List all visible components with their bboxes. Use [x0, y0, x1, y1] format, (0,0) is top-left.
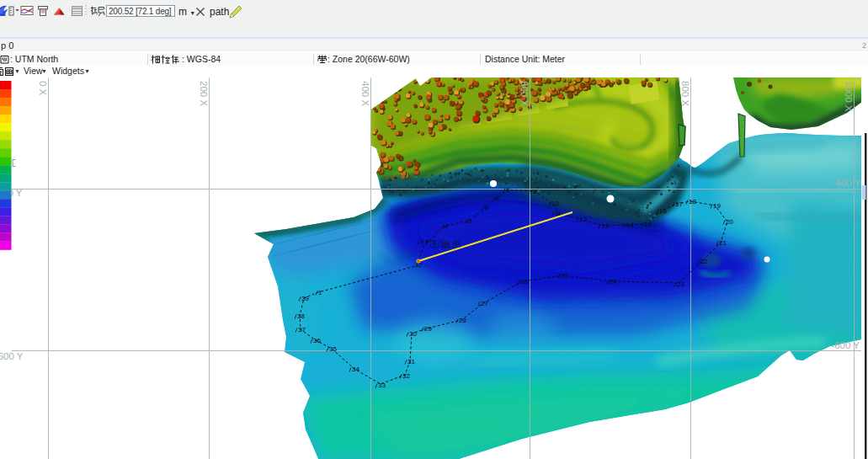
svg-text:15: 15 [644, 221, 652, 228]
svg-text:22: 22 [700, 258, 708, 265]
svg-text:200 X: 200 X [199, 81, 209, 106]
svg-text:400 X: 400 X [360, 81, 370, 106]
svg-text:14: 14 [626, 221, 634, 229]
svg-text:13: 13 [601, 222, 609, 230]
svg-text:7: 7 [496, 195, 500, 202]
svg-text:36: 36 [313, 337, 321, 344]
svg-text:31: 31 [407, 358, 415, 366]
svg-text:21: 21 [719, 239, 727, 247]
svg-text:0 X: 0 X [38, 81, 48, 96]
svg-text:-400 Y: -400 Y [832, 178, 860, 188]
svg-text:26: 26 [520, 278, 528, 286]
svg-text:24: 24 [610, 278, 617, 286]
svg-text:16: 16 [659, 207, 667, 215]
svg-text:8: 8 [506, 186, 510, 194]
svg-text:-600 Y: -600 Y [831, 340, 860, 350]
svg-text:1: 1 [318, 289, 322, 296]
svg-text:800 X: 800 X [680, 81, 690, 106]
svg-text:19: 19 [713, 202, 721, 210]
svg-text:30: 30 [409, 330, 417, 338]
svg-text:32: 32 [402, 372, 410, 380]
svg-text:6: 6 [485, 204, 489, 211]
svg-text:23: 23 [677, 280, 684, 288]
svg-text:39: 39 [301, 295, 309, 302]
svg-text:34: 34 [352, 366, 359, 373]
svg-text:25: 25 [561, 272, 568, 280]
svg-text:35: 35 [329, 345, 337, 353]
svg-text:600 X: 600 X [519, 81, 530, 106]
svg-text:28: 28 [459, 317, 466, 324]
svg-text:1000 X: 1000 X [844, 81, 854, 112]
svg-text:10: 10 [551, 200, 559, 207]
svg-text:37: 37 [298, 326, 306, 334]
svg-text:12: 12 [579, 216, 587, 223]
svg-text:18: 18 [689, 198, 696, 205]
svg-text:4: 4 [445, 222, 449, 230]
svg-text:17: 17 [675, 200, 683, 208]
svg-text:29: 29 [424, 325, 432, 333]
svg-text:9: 9 [533, 188, 537, 195]
svg-text:5: 5 [468, 217, 472, 225]
svg-text:27: 27 [481, 300, 488, 307]
svg-text:-600 Y: -600 Y [0, 351, 24, 361]
svg-text:20: 20 [726, 218, 733, 226]
svg-text:3: 3 [420, 238, 424, 246]
svg-text:33: 33 [378, 382, 386, 389]
svg-text:38: 38 [297, 312, 305, 320]
